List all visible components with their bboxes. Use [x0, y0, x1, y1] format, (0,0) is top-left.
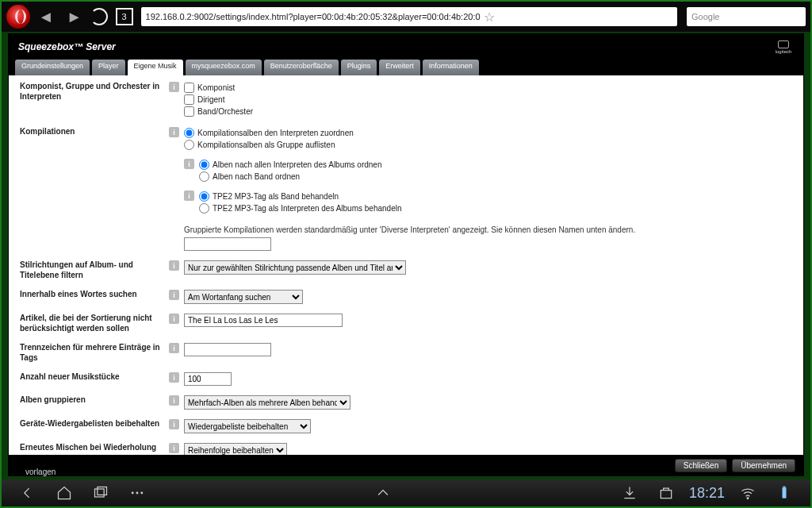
- logitech-logo-icon: logitech: [773, 39, 794, 55]
- svg-rect-1: [98, 487, 107, 495]
- status-clock: 18:21: [689, 485, 725, 502]
- reload-icon[interactable]: [90, 8, 108, 25]
- checkbox-dirigent[interactable]: Dirigent: [184, 94, 792, 106]
- svg-rect-5: [661, 491, 671, 498]
- select-keep-playlists[interactable]: Wiedergabeliste beibehalten: [184, 419, 311, 433]
- tab-plugins[interactable]: Plugins: [341, 60, 377, 75]
- nav-recent-icon[interactable]: [89, 484, 113, 502]
- info-icon[interactable]: i: [169, 395, 179, 406]
- status-download-icon: [618, 484, 642, 502]
- input-articles[interactable]: [184, 314, 343, 327]
- radio-tpe2-artist[interactable]: TPE2 MP3-Tag als Interpreten des Albums …: [199, 202, 792, 214]
- svg-point-2: [132, 492, 133, 494]
- forward-button[interactable]: ►: [62, 8, 87, 26]
- search-input[interactable]: Google: [687, 7, 806, 26]
- radio-comp-assign-artist[interactable]: Kompilationsalben den Interpreten zuordn…: [184, 127, 792, 139]
- input-separator[interactable]: [184, 343, 271, 356]
- nav-back-icon[interactable]: [16, 484, 40, 502]
- label-word-search: Innerhalb eines Wortes suchen: [20, 290, 169, 300]
- status-battery-icon: [772, 484, 796, 502]
- info-icon[interactable]: i: [169, 314, 179, 324]
- svg-rect-8: [783, 487, 785, 488]
- back-button[interactable]: ◄: [33, 8, 59, 26]
- tab-player[interactable]: Player: [92, 60, 125, 75]
- compilations-name-input[interactable]: [184, 237, 271, 251]
- tab-count-button[interactable]: 3: [116, 8, 133, 25]
- apply-button[interactable]: Übernehmen: [732, 459, 795, 472]
- url-bar[interactable]: 192.168.0.2:9002/settings/index.html?pla…: [141, 7, 677, 26]
- checkbox-bandorchester[interactable]: Band/Orchester: [184, 106, 792, 117]
- label-new-count: Anzahl neuer Musikstücke: [20, 372, 169, 383]
- select-word-search[interactable]: Am Wortanfang suchen: [184, 290, 303, 304]
- nav-home-icon[interactable]: [52, 484, 76, 502]
- nav-up-icon[interactable]: [371, 484, 395, 502]
- select-reshuffle[interactable]: Reihenfolge beibehalten: [184, 443, 287, 455]
- tab-eigene-musik[interactable]: Eigene Musik: [128, 60, 183, 75]
- tab-mysqueezebox[interactable]: mysqueezebox.com: [186, 60, 262, 75]
- info-icon[interactable]: i: [184, 159, 194, 169]
- radio-sort-band[interactable]: Alben nach Band ordnen: [199, 171, 792, 183]
- svg-point-4: [141, 492, 143, 494]
- info-icon[interactable]: i: [169, 82, 179, 92]
- nav-menu-icon[interactable]: [125, 484, 149, 502]
- info-icon[interactable]: i: [184, 190, 194, 201]
- select-genre-filter[interactable]: Nur zur gewählten Stilrichtung passende …: [184, 260, 406, 275]
- opera-logo-icon: [6, 5, 30, 29]
- svg-rect-0: [95, 489, 105, 497]
- checkbox-komponist[interactable]: Komponist: [184, 82, 792, 94]
- tabs-bar: Grundeinstellungen Player Eigene Musik m…: [9, 60, 803, 75]
- bookmark-star-icon[interactable]: ☆: [484, 10, 495, 25]
- compilations-help-text: Gruppierte Kompilationen werden standard…: [184, 225, 792, 234]
- label-compilations: Kompilationen: [20, 127, 169, 137]
- info-icon[interactable]: i: [169, 260, 179, 271]
- app-title: Squeezebox™ Server: [18, 41, 116, 52]
- select-group-albums[interactable]: Mehrfach-Alben als mehrere Alben behande…: [184, 395, 350, 410]
- label-composer: Komponist, Gruppe und Orchester in Inter…: [20, 82, 169, 102]
- radio-comp-as-group[interactable]: Kompilationsalben als Gruppe auflisten: [184, 139, 792, 151]
- info-icon[interactable]: i: [169, 290, 179, 300]
- label-keep-playlists: Geräte-Wiedergabelisten beibehalten: [20, 419, 169, 429]
- info-icon[interactable]: i: [169, 372, 179, 383]
- info-icon[interactable]: i: [169, 127, 179, 137]
- url-text: 192.168.0.2:9002/settings/index.html?pla…: [146, 12, 481, 21]
- label-group-albums: Alben gruppieren: [20, 395, 169, 406]
- info-icon[interactable]: i: [169, 419, 179, 429]
- label-articles: Artikel, die bei der Sortierung nicht be…: [20, 314, 169, 333]
- tab-grundeinstellungen[interactable]: Grundeinstellungen: [15, 60, 90, 75]
- radio-tpe2-band[interactable]: TPE2 MP3-Tag als Band behandeln: [199, 190, 792, 202]
- info-icon[interactable]: i: [169, 343, 179, 353]
- tab-benutzeroberflaeche[interactable]: Benutzeroberfläche: [264, 60, 339, 75]
- svg-point-6: [747, 498, 749, 499]
- label-genre-filter: Stilrichtungen auf Album- und Titelebene…: [20, 260, 169, 280]
- radio-sort-all-artists[interactable]: Alben nach allen Interpreten des Albums …: [199, 159, 792, 171]
- close-button[interactable]: Schließen: [675, 459, 727, 472]
- tab-erweitert[interactable]: Erweitert: [379, 60, 420, 75]
- svg-rect-7: [783, 487, 787, 498]
- status-wifi-icon: [736, 484, 760, 502]
- svg-point-3: [136, 492, 138, 494]
- status-store-icon: [654, 484, 678, 502]
- tab-informationen[interactable]: Informationen: [423, 60, 479, 75]
- hint-overlay: vorlagen: [25, 468, 56, 476]
- label-reshuffle: Erneutes Mischen bei Wiederholung: [20, 443, 169, 453]
- info-icon[interactable]: i: [169, 443, 179, 453]
- label-separator: Trennzeichen für mehrere Einträge in Tag…: [20, 343, 169, 363]
- input-new-count[interactable]: [184, 372, 232, 386]
